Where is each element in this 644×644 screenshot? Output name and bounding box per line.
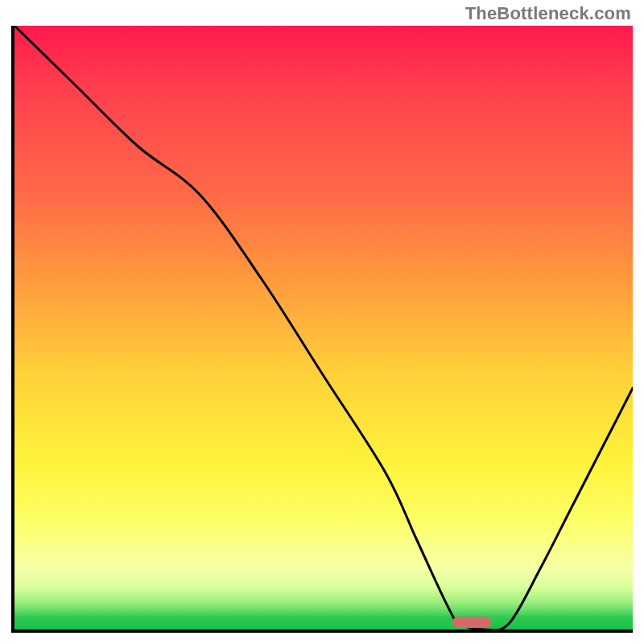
plot-area bbox=[11, 26, 633, 633]
watermark-label: TheBottleneck.com bbox=[465, 3, 631, 24]
chart-container: TheBottleneck.com bbox=[0, 0, 644, 644]
bottleneck-curve bbox=[14, 26, 633, 630]
minimum-marker bbox=[452, 617, 491, 628]
